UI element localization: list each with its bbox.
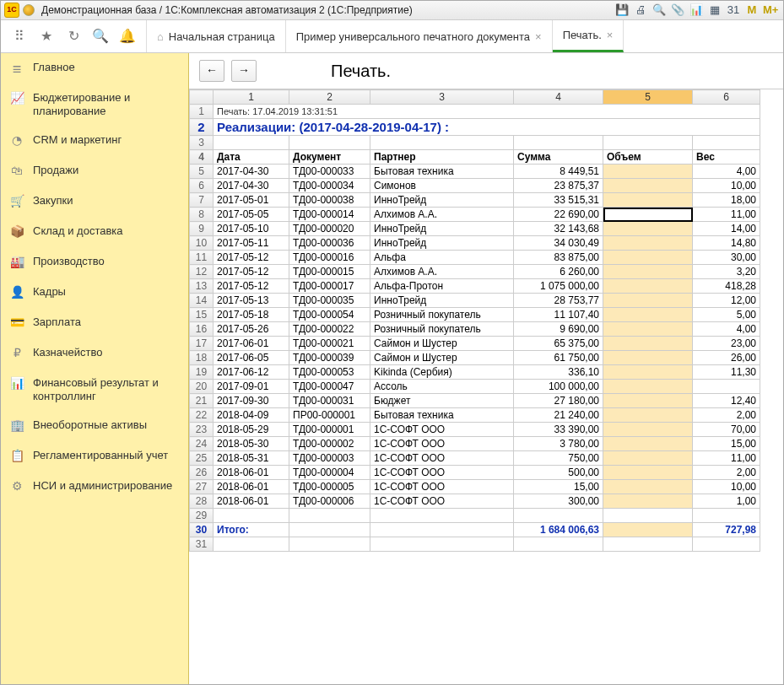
row-header[interactable]: 23	[190, 423, 214, 437]
table-row[interactable]: 272018-06-01ТД00-0000051С-СОФТ ООО15,001…	[190, 480, 760, 494]
cell-vol[interactable]	[603, 394, 693, 408]
empty-cell[interactable]	[514, 509, 603, 523]
corner-cell[interactable]	[190, 90, 214, 105]
table-row[interactable]: 92017-05-10ТД00-000020ИнноТрейд32 143,68…	[190, 222, 760, 236]
empty-cell[interactable]	[289, 537, 370, 552]
cell-vol[interactable]	[603, 480, 693, 494]
cell-vol[interactable]	[603, 208, 693, 222]
spreadsheet[interactable]: 1234561Печать: 17.04.2019 13:31:512Реали…	[189, 89, 760, 552]
sidebar-item[interactable]: ⚙НСИ и администрирование	[1, 472, 188, 502]
sidebar-item[interactable]: 🛒Закупки	[1, 186, 188, 217]
sidebar-item[interactable]: 🛍Продажи	[1, 156, 188, 186]
empty-cell[interactable]	[214, 509, 289, 523]
table-row[interactable]: 72017-05-01ТД00-000038ИнноТрейд33 515,31…	[190, 193, 760, 208]
cell-vol[interactable]	[603, 193, 693, 208]
row-header[interactable]: 8	[190, 208, 214, 222]
sidebar-item[interactable]: 📊Финансовый результат и контроллинг	[1, 369, 188, 411]
sidebar-item[interactable]: 🏢Внеоборотные активы	[1, 411, 188, 441]
empty-cell[interactable]	[693, 136, 760, 150]
table-row[interactable]: 132017-05-12ТД00-000017Альфа-Протон1 075…	[190, 279, 760, 294]
cell-vol[interactable]	[603, 294, 693, 308]
cell-vol[interactable]	[603, 365, 693, 380]
row-header[interactable]: 30	[190, 523, 214, 537]
column-header[interactable]: 1	[214, 90, 289, 105]
cell-vol[interactable]	[603, 337, 693, 351]
cell-vol[interactable]	[603, 423, 693, 437]
empty-cell[interactable]	[603, 537, 693, 552]
empty-cell[interactable]	[603, 136, 693, 150]
empty-cell[interactable]	[289, 509, 370, 523]
empty-cell[interactable]	[214, 537, 289, 552]
empty-cell[interactable]	[693, 537, 760, 552]
cell-vol[interactable]	[603, 236, 693, 251]
column-header[interactable]: 2	[289, 90, 370, 105]
empty-cell[interactable]	[370, 136, 514, 150]
column-header[interactable]: 6	[693, 90, 760, 105]
table-row[interactable]: 252018-05-31ТД00-0000031С-СОФТ ООО750,00…	[190, 451, 760, 466]
row-header[interactable]: 16	[190, 322, 214, 337]
sidebar-item[interactable]: 👤Кадры	[1, 278, 188, 308]
table-row[interactable]: 282018-06-01ТД00-0000061С-СОФТ ООО300,00…	[190, 494, 760, 509]
tab-document[interactable]: Пример универсального печатного документ…	[286, 20, 553, 52]
search-icon[interactable]: 🔍	[90, 26, 111, 46]
table-row[interactable]: 172017-06-01ТД00-000021Саймон и Шустер65…	[190, 337, 760, 351]
table-row[interactable]: 202017-09-01ТД00-000047Ассоль100 000,00	[190, 380, 760, 394]
row-header[interactable]: 7	[190, 193, 214, 208]
table-row[interactable]: 232018-05-29ТД00-0000011С-СОФТ ООО33 390…	[190, 423, 760, 437]
mplus-icon[interactable]: M+	[763, 3, 778, 18]
cell-vol[interactable]	[603, 408, 693, 423]
cell[interactable]	[370, 523, 514, 537]
row-header[interactable]: 3	[190, 136, 214, 150]
m-icon[interactable]: M	[744, 3, 760, 18]
cell-vol[interactable]	[603, 279, 693, 294]
cell-vol[interactable]	[603, 179, 693, 193]
row-header[interactable]: 29	[190, 509, 214, 523]
history-icon[interactable]: ↻	[63, 26, 84, 46]
empty-cell[interactable]	[693, 509, 760, 523]
cell-vol[interactable]	[603, 466, 693, 480]
back-button[interactable]: ←	[199, 60, 224, 82]
table-row[interactable]: 122017-05-12ТД00-000015Алхимов А.А.6 260…	[190, 265, 760, 279]
empty-cell[interactable]	[370, 537, 514, 552]
row-header[interactable]: 27	[190, 480, 214, 494]
save-icon[interactable]: 💾	[614, 3, 630, 18]
column-header[interactable]: 5	[603, 90, 693, 105]
preview-icon[interactable]: 🔍	[652, 3, 667, 18]
row-header[interactable]: 19	[190, 365, 214, 380]
cell-vol[interactable]	[603, 351, 693, 365]
row-header[interactable]: 20	[190, 380, 214, 394]
sidebar-item[interactable]: 💳Зарплата	[1, 308, 188, 338]
empty-cell[interactable]	[603, 509, 693, 523]
table-row[interactable]: 222018-04-09ПР00-000001Бытовая техника21…	[190, 408, 760, 423]
row-header[interactable]: 18	[190, 351, 214, 365]
sidebar-item[interactable]: 📈Бюджетирование и планирование	[1, 84, 188, 126]
column-header[interactable]: 3	[370, 90, 514, 105]
row-header[interactable]: 1	[190, 105, 214, 119]
row-header[interactable]: 10	[190, 236, 214, 251]
sidebar-item[interactable]: ≡Главное	[1, 53, 188, 84]
table-row[interactable]: 152017-05-18ТД00-000054Розничный покупат…	[190, 308, 760, 322]
table-row[interactable]: 82017-05-05ТД00-000014Алхимов А.А.22 690…	[190, 208, 760, 222]
table-row[interactable]: 182017-06-05ТД00-000039Саймон и Шустер61…	[190, 351, 760, 365]
cell-vol[interactable]	[603, 380, 693, 394]
cell-vol[interactable]	[603, 308, 693, 322]
row-header[interactable]: 12	[190, 265, 214, 279]
table-row[interactable]: 242018-05-30ТД00-0000021С-СОФТ ООО3 780,…	[190, 437, 760, 451]
empty-cell[interactable]	[214, 136, 289, 150]
table-row[interactable]: 62017-04-30ТД00-000034Симонов23 875,3710…	[190, 179, 760, 193]
app-menu-dropdown-icon[interactable]	[23, 4, 35, 16]
cell-vol[interactable]	[603, 437, 693, 451]
cell-vol[interactable]	[603, 265, 693, 279]
table-row[interactable]: 102017-05-11ТД00-000036ИнноТрейд34 030,4…	[190, 236, 760, 251]
report-icon[interactable]: 📊	[689, 3, 704, 18]
sidebar-item[interactable]: 🏭Производство	[1, 247, 188, 278]
apps-grid-icon[interactable]: ⠿	[9, 26, 30, 46]
row-header[interactable]: 15	[190, 308, 214, 322]
table-row[interactable]: 212017-09-30ТД00-000031Бюджет27 180,0012…	[190, 394, 760, 408]
cell-vol[interactable]	[603, 494, 693, 509]
row-header[interactable]: 5	[190, 165, 214, 179]
tab-home[interactable]: ⌂ Начальная страница	[147, 20, 286, 52]
close-icon[interactable]: ×	[607, 29, 614, 41]
row-header[interactable]: 14	[190, 294, 214, 308]
row-header[interactable]: 4	[190, 150, 214, 165]
